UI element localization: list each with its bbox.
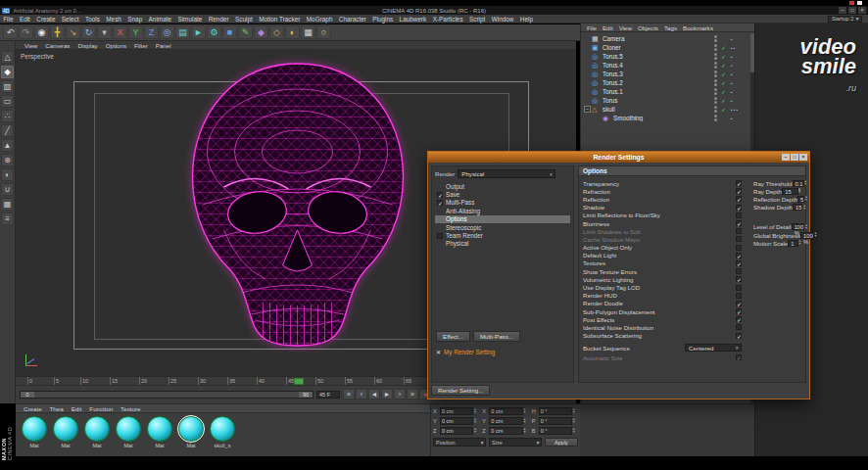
menu-Script[interactable]: Script	[466, 16, 489, 23]
material-item[interactable]: Mat	[82, 416, 112, 448]
add-deformer-icon[interactable]: ◇	[269, 25, 284, 39]
move-icon[interactable]: ╋	[50, 25, 65, 39]
option-Active Object Only[interactable]: Active Object Only	[583, 244, 742, 252]
object-row-Camera[interactable]: − ▦ Camera ✓ ▪	[581, 34, 754, 43]
viewport-solo-icon[interactable]: ◐	[1, 168, 14, 181]
stepper[interactable]: ▲▼	[523, 418, 529, 424]
stepper[interactable]: ▲▼	[523, 428, 529, 434]
option-Default Light[interactable]: Default Light	[583, 252, 742, 259]
object-row-Torus.5[interactable]: − ◎ Torus.5 ✓ ▪	[581, 52, 754, 61]
om-menu-View[interactable]: View	[616, 24, 635, 31]
option-checkbox[interactable]	[736, 260, 742, 266]
size-field[interactable]: 0 cm	[489, 407, 522, 415]
lock-x-axis-icon[interactable]: X	[113, 25, 127, 39]
visibility-toggles[interactable]	[714, 79, 717, 86]
object-tag-icons[interactable]: ▪	[731, 80, 750, 86]
coordinate-mode-select[interactable]: Position▾	[433, 438, 486, 446]
visibility-toggles[interactable]	[714, 62, 717, 69]
object-tag-icons[interactable]: ▪▪▪	[731, 107, 750, 113]
menu-Motion Tracker[interactable]: Motion Tracker	[256, 16, 304, 23]
maximize-button[interactable]: □	[791, 154, 798, 161]
object-tag-icons[interactable]: ▪	[731, 98, 750, 104]
option-Blurriness[interactable]: Blurriness	[583, 219, 742, 227]
option-Render HUD[interactable]: Render HUD	[583, 292, 742, 300]
option-checkbox[interactable]	[736, 180, 742, 186]
render-settings-titlebar[interactable]: Render Settings – □ ×	[428, 152, 809, 163]
viewport-menu-Display[interactable]: Display	[73, 42, 101, 49]
option-checkbox[interactable]	[736, 301, 742, 306]
next-frame-button[interactable]: ›	[394, 389, 406, 400]
size-field[interactable]: 0 cm	[489, 417, 522, 425]
menu-Plugins[interactable]: Plugins	[369, 16, 396, 23]
option-checkbox[interactable]	[736, 333, 742, 339]
option-Volumetric Lighting[interactable]: Volumetric Lighting	[583, 275, 742, 283]
minimize-button[interactable]: –	[782, 154, 790, 161]
undo-icon[interactable]: ↶	[3, 25, 18, 39]
bucket-sequence-select[interactable]: Centered▾	[685, 344, 742, 352]
option-Render Doodle[interactable]: Render Doodle	[583, 300, 742, 307]
edges-mode-icon[interactable]: ╱	[1, 124, 14, 137]
add-camera-icon[interactable]: ▦	[301, 25, 315, 39]
menu-Help[interactable]: Help	[517, 16, 537, 23]
range-end-handle[interactable]: 90	[299, 392, 313, 398]
material-preview[interactable]	[53, 416, 78, 442]
option-Limit Shadows to Soft[interactable]: Limit Shadows to Soft	[583, 227, 742, 235]
value-input[interactable]: 0.1 %	[793, 180, 804, 187]
enabled-check-icon[interactable]: ✓	[721, 44, 729, 51]
material-item[interactable]: Mat	[51, 416, 80, 448]
workplane-mode-icon[interactable]: ▭	[1, 95, 14, 108]
object-row-Torus.3[interactable]: − ◎ Torus.3 ✓ ▪	[581, 70, 754, 78]
rs-tree-item-Options[interactable]: Options	[435, 215, 570, 223]
rotation-field[interactable]: 0 °	[539, 407, 572, 415]
material-menu-Thea[interactable]: Thea	[46, 405, 68, 412]
enable-axis-icon[interactable]: ⊕	[1, 154, 14, 166]
option-checkbox[interactable]	[736, 268, 742, 274]
tree-checkbox[interactable]	[437, 200, 443, 206]
menu-Snap[interactable]: Snap	[124, 16, 145, 23]
render-picture-viewer-icon[interactable]: ►	[191, 25, 206, 39]
scale-icon[interactable]: ↘	[66, 25, 80, 39]
option-checkbox[interactable]	[736, 253, 742, 258]
menu-Select[interactable]: Select	[59, 16, 82, 23]
redo-icon[interactable]: ↷	[19, 25, 33, 39]
option-checkbox[interactable]	[736, 293, 742, 299]
enabled-check-icon[interactable]: ✓	[721, 62, 729, 69]
material-item[interactable]: skull_s	[208, 416, 237, 448]
coordinate-size-select[interactable]: Size▾	[489, 438, 542, 446]
mograph-icon[interactable]: ◆	[254, 25, 268, 39]
option-checkbox[interactable]	[736, 285, 742, 291]
stepper[interactable]: ▲▼	[523, 408, 529, 414]
visibility-toggles[interactable]	[714, 70, 717, 77]
visibility-toggles[interactable]	[714, 106, 717, 113]
object-tag-icons[interactable]: ▪	[731, 71, 750, 77]
material-menu-Edit[interactable]: Edit	[68, 405, 86, 412]
value-input[interactable]: 5	[797, 196, 804, 203]
option-checkbox[interactable]	[736, 196, 742, 202]
timeline-range-slider[interactable]: 0 90	[20, 391, 313, 399]
viewport-menu-Panel[interactable]: Panel	[152, 42, 175, 49]
enabled-check-icon[interactable]: ✓	[721, 53, 729, 60]
stepper[interactable]: ▲▼	[798, 188, 801, 194]
render-setting-button[interactable]: Render Setting...	[431, 385, 490, 396]
option-Limit Reflections to Floor/Sky[interactable]: Limit Reflections to Floor/Sky	[583, 212, 742, 219]
value-input[interactable]: 100 %	[792, 223, 805, 230]
material-preview[interactable]	[116, 416, 141, 442]
viewport-menu-Filter[interactable]: Filter	[130, 42, 152, 49]
rs-tree-item-Team Render[interactable]: Team Render	[435, 231, 570, 239]
om-menu-Objects[interactable]: Objects	[635, 24, 661, 31]
enabled-check-icon[interactable]: ✓	[721, 70, 729, 77]
enabled-check-icon[interactable]: ✓	[721, 97, 729, 104]
value-input[interactable]: 15	[782, 188, 797, 195]
option-Sub-Polygon Displacement[interactable]: Sub-Polygon Displacement	[583, 307, 742, 315]
go-to-start-button[interactable]: «	[343, 389, 355, 400]
option-Textures[interactable]: Textures	[583, 259, 742, 267]
multipass-button[interactable]: Multi-Pass...	[473, 331, 520, 342]
menu-Animate[interactable]: Animate	[145, 16, 174, 23]
position-field[interactable]: 0 cm	[440, 417, 473, 425]
value-input[interactable]: 15	[793, 204, 802, 211]
option-checkbox[interactable]	[736, 276, 742, 282]
stepper[interactable]: ▲▼	[798, 240, 801, 246]
object-tag-icons[interactable]: ▪	[731, 36, 750, 42]
my-render-setting[interactable]: ✕My Render Setting	[436, 349, 495, 355]
menu-MoGraph[interactable]: MoGraph	[304, 16, 336, 23]
